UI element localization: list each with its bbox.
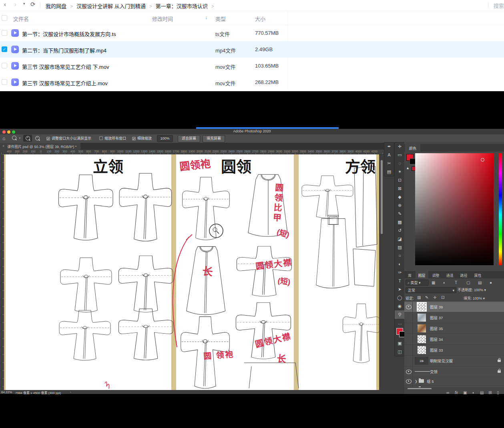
eraser-tool[interactable]: ◪ <box>395 235 405 243</box>
filter-pixel-icon[interactable]: ▦ <box>432 280 435 285</box>
layer-thumbnail[interactable] <box>418 335 426 343</box>
color-panel-tab[interactable]: 颜色 <box>405 144 420 152</box>
eye-cell[interactable] <box>404 356 413 366</box>
type-mask-tool[interactable]: A <box>384 151 394 159</box>
layer-row[interactable]: 交领 <box>404 366 504 377</box>
eye-cell[interactable] <box>404 302 413 312</box>
home-icon[interactable]: ⌂ <box>2 136 5 141</box>
forward-icon[interactable]: › <box>14 1 16 8</box>
file-name[interactable]: 第三节 汉服市场常见工艺介绍 下.mov <box>22 63 109 70</box>
row-checkbox[interactable] <box>2 63 7 68</box>
move-tool[interactable]: ✛ <box>395 142 405 151</box>
ps-canvas[interactable]: 立领 圆领 方领 圆领袍 圆领比甲 (短) 长 圆领大襟 (短) 圆 领袍 圆领… <box>4 154 379 390</box>
eye-cell[interactable] <box>404 366 413 377</box>
scissors-tool[interactable]: ✂ <box>384 159 394 168</box>
zoom-tool-icon[interactable] <box>12 136 16 141</box>
fit-screen-button[interactable]: 适合屏幕 <box>178 135 200 142</box>
history-caret-icon[interactable]: ▾ <box>23 2 25 6</box>
refresh-icon[interactable]: ⟳ <box>30 1 36 8</box>
group-caret-icon[interactable]: ❯ <box>415 380 418 383</box>
layer-style-icon[interactable]: fx <box>455 390 458 395</box>
marquee-tool[interactable]: ▭ <box>395 151 405 159</box>
eye-icon[interactable] <box>406 370 412 374</box>
eyedropper-tool[interactable]: ◆ <box>395 193 405 201</box>
layer-row[interactable]: ❯组 4 <box>404 386 504 387</box>
layer-row[interactable]: 图层 39 <box>404 302 504 312</box>
layer-row[interactable]: 图层 34 <box>404 334 504 345</box>
link-layers-icon[interactable]: ∞ <box>446 390 449 395</box>
lock-position-icon[interactable]: ✛ <box>433 295 436 300</box>
shape-tool[interactable]: ◯ <box>395 294 405 302</box>
hue-slider[interactable] <box>499 153 502 265</box>
row-checkbox[interactable]: ✓ <box>2 46 7 52</box>
new-group-icon[interactable]: ▤ <box>480 390 484 395</box>
blur-tool[interactable]: ○ <box>395 252 405 260</box>
search-area[interactable]: 搜索 <box>494 2 504 9</box>
mixer-brush-tool[interactable]: ✒ <box>384 142 394 151</box>
layer-row[interactable]: 汉服明制常见汉服 <box>404 356 504 366</box>
resize-windows-checkbox[interactable]: ✓调整窗口大小以满屏显示 <box>46 136 91 141</box>
eye-cell[interactable] <box>404 386 413 387</box>
breadcrumb-item[interactable]: 汉服设计全讲解 从入门到精通 <box>76 3 146 9</box>
panel-tab-图层[interactable]: 图层 <box>416 271 428 278</box>
zoom-in-button[interactable]: + <box>23 135 32 142</box>
lasso-tool[interactable]: ◌ <box>395 159 405 168</box>
magic-wand-tool[interactable]: ✶ <box>395 168 405 176</box>
layer-thumbnail[interactable] <box>418 324 426 332</box>
rotate-view-tool[interactable]: ◉ <box>395 302 405 310</box>
zoom-out-button[interactable]: − <box>33 135 42 142</box>
lock-transparency-icon[interactable]: ▨ <box>417 295 421 300</box>
gradient-tool[interactable]: ▨ <box>395 243 405 252</box>
file-row[interactable]: 第三节 汉服市场常见工艺介绍上.movmov文件268.22MB <box>0 74 504 90</box>
color-picker-gradient[interactable] <box>415 153 494 265</box>
scrubby-zoom-checkbox[interactable]: ✓细微缩放 <box>132 136 152 141</box>
row-checkbox[interactable] <box>2 30 7 36</box>
breadcrumb-item[interactable]: 第一章：汉服市场认识 <box>156 3 208 9</box>
layer-thumbnail[interactable] <box>418 346 426 354</box>
status-chevron-icon[interactable]: › <box>70 390 71 394</box>
lock-pixels-icon[interactable]: ✎ <box>425 295 428 300</box>
search-label[interactable]: 搜索 <box>494 3 504 9</box>
new-layer-icon[interactable]: ⊞ <box>488 390 492 395</box>
layer-name[interactable]: 图层 37 <box>430 315 443 320</box>
layer-thumbnail[interactable]: 汉服 <box>415 357 428 365</box>
fill-control[interactable]: 填充: 100% ▾ <box>464 296 485 301</box>
path-select-tool[interactable]: ➤ <box>395 285 405 294</box>
filter-type-icon[interactable]: T <box>455 280 457 285</box>
file-row[interactable]: ✓第二节：当下热门汉服形制了解.mp4mp4文件2.49GB <box>0 41 504 58</box>
zoom-tool[interactable]: ⚲ <box>395 310 405 319</box>
clone-stamp-tool[interactable]: ▩ <box>395 218 405 226</box>
layer-name[interactable]: 交领 <box>430 369 438 374</box>
background-color-swatch[interactable] <box>410 158 416 164</box>
layer-thumbnail[interactable] <box>415 371 430 372</box>
filter-toggle-icon[interactable]: ● <box>490 280 492 285</box>
layer-name[interactable]: 组 5 <box>427 378 434 384</box>
quick-mask-button[interactable]: ▣ <box>395 339 405 348</box>
eye-cell[interactable] <box>404 334 413 344</box>
healing-brush-tool[interactable]: ⊕ <box>395 201 405 210</box>
col-header-type[interactable]: 类型 <box>215 15 226 22</box>
eye-cell[interactable] <box>404 312 413 323</box>
file-name[interactable]: 第一节：汉服设计市场概括及发展方向.ts <box>22 30 116 38</box>
col-header-name[interactable]: 文件名 <box>13 15 29 22</box>
panel-tab-库[interactable]: 库 <box>405 271 414 278</box>
layer-name[interactable]: 图层 39 <box>430 304 443 310</box>
panel-tab-路径[interactable]: 路径 <box>458 271 470 278</box>
filter-shape-icon[interactable]: ▢ <box>466 280 470 285</box>
eye-icon[interactable] <box>406 305 412 309</box>
file-name[interactable]: 第二节：当下热门汉服形制了解.mp4 <box>22 46 106 54</box>
back-icon[interactable]: ‹ <box>4 1 6 8</box>
layer-name[interactable]: 图层 33 <box>430 347 443 353</box>
crop-tool[interactable]: ⊡ <box>395 176 405 184</box>
filter-adjustment-icon[interactable]: ◐ <box>443 280 446 285</box>
layer-name[interactable]: 图层 35 <box>430 326 443 331</box>
frame-tool[interactable]: ⊠ <box>395 184 405 193</box>
lock-artboard-icon[interactable]: ⊡ <box>441 295 444 300</box>
panel-tab-通道[interactable]: 通道 <box>444 271 456 278</box>
row-checkbox[interactable] <box>2 79 7 85</box>
fill-screen-button[interactable]: 填充屏幕 <box>203 135 225 142</box>
opacity-control[interactable]: 不透明度: 100% ▾ <box>458 287 486 292</box>
eye-icon[interactable] <box>406 379 412 384</box>
zoom-percent-field[interactable]: 100% <box>157 135 173 142</box>
type-tool[interactable]: T <box>395 277 405 285</box>
